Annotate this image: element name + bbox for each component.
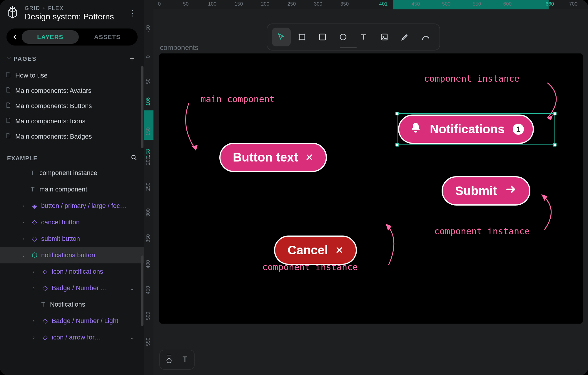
tool-pen[interactable] [395,28,414,46]
layer-icon-arrow[interactable]: › ◇ icon / arrow for… ⌄ [0,329,144,346]
page-item-badges[interactable]: Main components: Badges [0,129,144,144]
pages-heading: ﹀ PAGES + [0,51,144,67]
page-label: Main components: Avatars [15,87,91,95]
ruler-vertical[interactable]: -50050106150158200250300350400450500550 [144,9,153,375]
chevron-right-icon[interactable]: › [29,269,38,274]
canvas-area: 0501001502002503003504014505005506006607… [144,0,588,375]
annotation-instance-3[interactable]: component instance [434,226,530,236]
file-icon [5,133,11,140]
instance-icon: ◇ [31,235,38,243]
chevron-left-icon [12,34,18,40]
tool-image[interactable] [375,28,394,46]
page-label: How to use [15,72,48,79]
text-status-icon[interactable] [181,354,189,365]
button-notifications[interactable]: Notifications 1 [398,115,534,144]
image-icon [380,33,389,41]
svg-marker-2 [547,115,553,120]
layer-label: Badge / Number … [52,284,107,292]
back-button[interactable] [8,30,22,44]
close-icon: ✕ [335,244,343,256]
page-item-avatars[interactable]: Main components: Avatars [0,83,144,98]
add-page-button[interactable]: + [127,54,137,64]
brand-subtitle: GRID + FLEX [25,5,114,11]
layer-label: main component [39,186,87,193]
layer-notifications-text[interactable]: T Notifications [0,296,144,313]
layer-label: cancel button [41,218,80,226]
svg-point-10 [340,34,346,40]
frame-components[interactable]: main component component instance compon… [159,53,583,324]
layer-cancel-button[interactable]: › ◇ cancel button [0,214,144,231]
tool-text[interactable] [354,28,373,46]
chevron-right-icon[interactable]: › [19,220,28,225]
shape-status-icon[interactable] [165,354,173,365]
button-submit[interactable]: Submit [442,176,530,206]
svg-rect-9 [320,34,325,40]
layers-list: T component instance T main component › … [0,165,144,375]
curve-icon [421,33,430,41]
tool-rectangle[interactable] [313,28,332,46]
file-icon [5,102,11,110]
annotation-main-component[interactable]: main component [201,94,275,104]
tool-ellipse[interactable] [334,28,353,46]
instance-icon: ◇ [42,334,48,341]
instance-icon: ◇ [42,284,48,292]
collapse-icon[interactable]: ⌄ [129,284,135,292]
page-item-icons[interactable]: Main components: Icons [0,114,144,129]
more-menu-button[interactable]: ⋮ [126,8,138,19]
text-icon: T [40,301,46,308]
layer-icon-notifications[interactable]: › ◇ icon / notifications [0,263,144,280]
chevron-right-icon[interactable]: › [29,335,38,340]
tool-move[interactable] [272,28,291,46]
tool-curve[interactable] [416,28,435,46]
chevron-down-icon[interactable]: ⌄ [19,253,28,258]
annotation-instance-1[interactable]: component instance [424,73,519,84]
layer-text-component-instance[interactable]: T component instance [0,165,144,181]
chevron-right-icon[interactable]: › [29,318,38,324]
tool-frame[interactable] [293,28,311,46]
svg-point-7 [299,39,300,40]
layer-label: notifications button [41,251,95,259]
chevron-right-icon[interactable]: › [19,203,28,208]
instance-icon: ⬡ [31,251,38,259]
search-button[interactable] [131,155,137,162]
statusbar [159,350,195,370]
svg-point-0 [132,155,135,159]
design-canvas[interactable]: components main component component inst… [153,9,588,375]
collapse-icon[interactable]: ⌄ [129,334,135,341]
button-cancel[interactable]: Cancel ✕ [274,236,357,265]
svg-point-5 [299,34,300,36]
page-item-buttons[interactable]: Main components: Buttons [0,98,144,114]
button-text-label: Button text [233,150,298,164]
notifications-label: Notifications [430,122,505,136]
layer-button-primary[interactable]: › ◈ button / primary / large / foc… [0,198,144,214]
frame-label[interactable]: components [160,43,198,52]
layer-label: Badge / Number / Light [52,317,118,325]
toolbar-drag-handle[interactable] [340,47,357,48]
scrollbar[interactable] [141,255,143,326]
page-label: Main components: Buttons [15,102,92,110]
layer-notifications-button[interactable]: ⌄ ⬡ notifications button [0,247,144,263]
chevron-right-icon[interactable]: › [19,236,28,241]
svg-point-13 [422,38,423,40]
pen-icon [400,33,409,41]
scrollbar[interactable] [141,66,143,148]
layer-label: icon / notifications [52,268,103,275]
chevron-down-icon[interactable]: ﹀ [7,56,11,61]
layer-submit-button[interactable]: › ◇ submit button [0,231,144,247]
ruler-horizontal[interactable]: 0501001502002503003504014505005506006607… [153,0,588,9]
tab-assets[interactable]: ASSETS [79,30,136,44]
layer-text-main-component[interactable]: T main component [0,181,144,198]
page-item-how-to-use[interactable]: How to use [0,68,144,83]
layer-badge-number-light[interactable]: › ◇ Badge / Number / Light [0,313,144,329]
layer-label: icon / arrow for… [52,334,101,341]
toolbar [267,23,440,51]
brand-icon [6,6,19,21]
submit-label: Submit [455,184,497,198]
svg-marker-1 [192,145,198,150]
button-main-component[interactable]: Button text ✕ [219,143,327,172]
tab-layers[interactable]: LAYERS [22,30,79,44]
layer-badge-number-a[interactable]: › ◇ Badge / Number … ⌄ [0,280,144,296]
page-label: Main components: Badges [15,133,92,140]
chevron-right-icon[interactable]: › [29,285,38,291]
svg-point-15 [167,359,171,363]
